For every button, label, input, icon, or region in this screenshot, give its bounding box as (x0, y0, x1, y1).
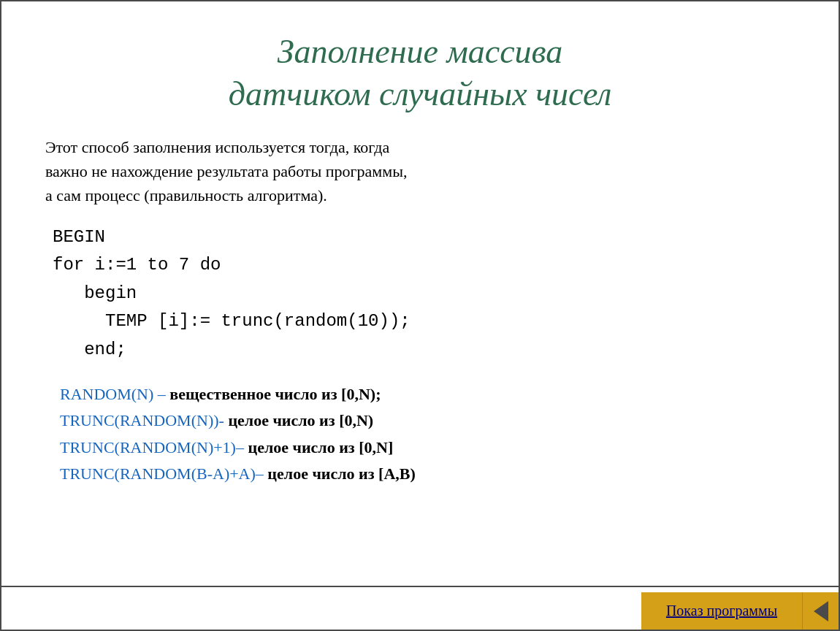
ref-line-4: TRUNC(RANDOM(B-A)+A)– целое число из [A,… (60, 461, 795, 487)
ref-keyword-1: RANDOM(N) – (60, 385, 169, 403)
ref-line-2: TRUNC(RANDOM(N))- целое число из [0,N) (60, 408, 795, 434)
code-block: BEGIN for i:=1 to 7 do begin TEMP [i]:= … (53, 223, 795, 364)
description-text: Этот способ заполнения используется тогд… (45, 135, 795, 207)
nav-arrow-button[interactable] (802, 592, 839, 630)
ref-desc-3: целое число из [0,N] (248, 438, 393, 456)
show-program-label: Показ программы (666, 603, 777, 619)
ref-desc-4: целое число из [A,B) (267, 464, 415, 483)
ref-desc-2: целое число из [0,N) (228, 411, 373, 429)
code-section: BEGIN for i:=1 to 7 do begin TEMP [i]:= … (45, 223, 795, 364)
left-arrow-icon (814, 601, 828, 622)
slide-container: Заполнение массива датчиком случайных чи… (0, 0, 840, 631)
show-program-button[interactable]: Показ программы (641, 592, 802, 630)
references-section: RANDOM(N) – вещественное число из [0,N);… (45, 381, 795, 487)
ref-line-1: RANDOM(N) – вещественное число из [0,N); (60, 381, 795, 408)
slide-title: Заполнение массива датчиком случайных чи… (45, 31, 795, 115)
divider-line (1, 586, 839, 587)
bottom-bar: Показ программы (641, 592, 839, 630)
ref-keyword-2: TRUNC(RANDOM(N))- (60, 411, 228, 429)
description-section: Этот способ заполнения используется тогд… (45, 135, 795, 207)
ref-keyword-3: TRUNC(RANDOM(N)+1)– (60, 438, 248, 456)
ref-keyword-4: TRUNC(RANDOM(B-A)+A)– (60, 464, 267, 483)
ref-line-3: TRUNC(RANDOM(N)+1)– целое число из [0,N] (60, 435, 795, 461)
ref-desc-1: вещественное число из [0,N); (169, 385, 381, 403)
title-section: Заполнение массива датчиком случайных чи… (45, 31, 795, 115)
